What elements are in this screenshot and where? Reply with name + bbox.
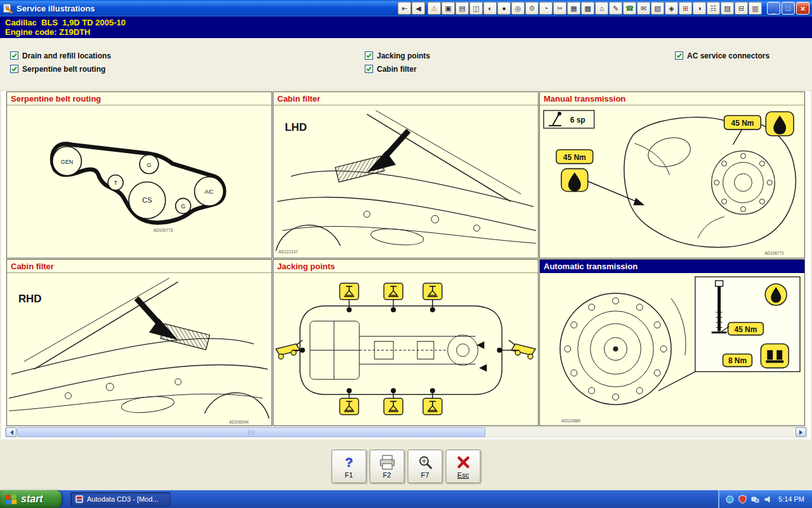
- panel-title-cabin-rhd: Cabin filter: [7, 260, 272, 273]
- panel-title-manual: Manual transmission: [540, 92, 804, 105]
- filter-label: AC service connectors: [687, 51, 769, 60]
- steering-variant-label: RHD: [18, 293, 42, 305]
- toolbar-icon-4[interactable]: ▣: [442, 2, 455, 15]
- pulley-label-ac: AC: [205, 188, 214, 195]
- svg-text:45 Nm: 45 Nm: [735, 325, 757, 334]
- torque-label-top: 45 Nm: [724, 116, 761, 130]
- app-window: Service illustrations ⇤ ◀ ⚠ ▣ ▤ ◫ ◐ ● ◎ …: [0, 0, 812, 508]
- close-button[interactable]: ×: [796, 2, 809, 15]
- escape-button[interactable]: Esc: [446, 450, 481, 483]
- torque-label-plug: 8 Nm: [723, 354, 752, 366]
- pulley-label-cs: CS: [142, 196, 152, 204]
- filter-checkbox-cabin-filter[interactable]: Cabin filter: [365, 64, 430, 74]
- filter-checkbox-ac-connectors[interactable]: AC service connectors: [675, 51, 769, 60]
- toolbar-icon-19[interactable]: ▧: [651, 2, 664, 15]
- toolbar-icon-15[interactable]: ⌂: [595, 2, 608, 15]
- checkbox-checked-icon: [10, 65, 18, 73]
- vehicle-info-bar: Cadillac BLS 1,9D TD 2005-10 Engine code…: [0, 17, 812, 38]
- plug-icon: [761, 344, 789, 368]
- jack-point-icon: [423, 283, 442, 300]
- window-title: Service illustrations: [16, 4, 95, 13]
- toolbar-icon-25[interactable]: ⊟: [735, 2, 748, 15]
- vehicle-model: Cadillac BLS 1,9D TD 2005-10: [5, 18, 807, 27]
- illustration-ref: AD110884: [561, 418, 580, 423]
- toolbar-icon-26[interactable]: ▥: [749, 2, 762, 15]
- jack-point-icon: [339, 283, 358, 300]
- toolbar-icon-18[interactable]: ✉: [637, 2, 650, 15]
- filter-column-3: AC service connectors: [675, 51, 769, 60]
- toolbar-icon-20[interactable]: ◈: [665, 2, 678, 15]
- function-key-bar: ? F1 F2: [0, 439, 812, 490]
- toolbar-icon-12[interactable]: ✂: [553, 2, 566, 15]
- panel-cabin-filter-rhd[interactable]: Cabin filter RHD AD100094: [6, 259, 272, 426]
- engine-code: Engine code: Z19DTH: [5, 27, 807, 37]
- minimize-button[interactable]: _: [767, 2, 780, 15]
- close-x-icon: [455, 454, 471, 471]
- toolbar-icon-13[interactable]: ▦: [567, 2, 580, 15]
- function-key-label: F1: [345, 471, 353, 479]
- toolbar-icon-7[interactable]: ◐: [483, 2, 497, 15]
- jack-point-icon: [339, 398, 358, 415]
- panel-manual-transmission[interactable]: Manual transmission: [539, 91, 805, 258]
- print-button[interactable]: F2: [370, 450, 405, 483]
- panel-automatic-transmission[interactable]: Automatic transmission: [539, 259, 805, 426]
- toolbar-icon-21[interactable]: ⊞: [679, 2, 692, 15]
- toolbar-icon-5[interactable]: ▤: [455, 2, 469, 15]
- tray-blue-status-icon[interactable]: [726, 495, 734, 504]
- checkbox-checked-icon: [10, 51, 18, 60]
- toolbar: ⇤ ◀ ⚠ ▣ ▤ ◫ ◐ ● ◎ ⚙ ◔ ✂ ▦ ▩ ⌂ ✎ ☎ ✉ ▧ ◈ …: [398, 2, 762, 15]
- panel-serpentine-belt[interactable]: Serpentine belt routing GEN G T CS: [6, 91, 272, 258]
- toolbar-icon-11[interactable]: ◔: [539, 2, 553, 15]
- pulley-label-g2: G: [181, 203, 185, 210]
- toolbar-icon-2[interactable]: ◀: [412, 2, 425, 15]
- horizontal-scrollbar[interactable]: [5, 427, 807, 438]
- zoom-button[interactable]: F7: [408, 450, 443, 483]
- scrollbar-thumb[interactable]: [17, 427, 485, 437]
- toolbar-icon-3[interactable]: ⚠: [428, 2, 441, 15]
- taskbar-task-autodata[interactable]: Autodata CD3 - [Mod...: [70, 492, 171, 507]
- scroll-right-arrow-icon[interactable]: [796, 427, 806, 437]
- toolbar-icon-14[interactable]: ▩: [581, 2, 594, 15]
- filter-checkbox-belt-routing[interactable]: Serpentine belt routing: [10, 64, 111, 74]
- function-key-label: Esc: [457, 471, 469, 479]
- toolbar-icon-16[interactable]: ✎: [609, 2, 622, 15]
- pulley-label-gen: GEN: [61, 159, 73, 165]
- filter-checkbox-drain-refill[interactable]: Drain and refill locations: [10, 51, 111, 60]
- oil-level-icon: [765, 284, 787, 305]
- svg-text:8 Nm: 8 Nm: [728, 356, 747, 365]
- filter-checkbox-jacking-points[interactable]: Jacking points: [365, 51, 430, 60]
- cabin-filter-lhd-illustration: LHD AD122147: [273, 105, 538, 258]
- toolbar-icon-24[interactable]: ▨: [721, 2, 734, 15]
- illustration-ref: AD100094: [229, 420, 249, 424]
- automatic-transmission-illustration: 45 Nm 8 Nm: [540, 273, 804, 425]
- maximize-button[interactable]: □: [782, 2, 795, 15]
- titlebar: Service illustrations ⇤ ◀ ⚠ ▣ ▤ ◫ ◐ ● ◎ …: [0, 0, 812, 17]
- toolbar-icon-8[interactable]: ●: [497, 2, 511, 15]
- scroll-left-arrow-icon[interactable]: [6, 427, 16, 437]
- jack-point-icon: [384, 398, 403, 415]
- oil-level-icon: [766, 112, 794, 136]
- help-icon: ?: [345, 455, 353, 470]
- toolbar-icon-9[interactable]: ◎: [511, 2, 525, 15]
- toolbar-icon-10[interactable]: ⚙: [525, 2, 539, 15]
- toolbar-icon-17[interactable]: ☎: [623, 2, 636, 15]
- help-button[interactable]: ? F1: [332, 450, 367, 483]
- taskbar: start Autodata CD3 - [Mod...: [0, 490, 812, 508]
- jack-point-icon: [423, 398, 442, 415]
- tray-network-icon[interactable]: [751, 495, 759, 504]
- clock: 5:14 PM: [778, 495, 804, 503]
- app-icon: [3, 3, 13, 14]
- tray-security-shield-icon[interactable]: [738, 495, 747, 504]
- toolbar-icon-1[interactable]: ⇤: [398, 2, 411, 15]
- task-label: Autodata CD3 - [Mod...: [87, 495, 159, 503]
- panel-title-belt: Serpentine belt routing: [7, 92, 272, 105]
- toolbar-icon-23[interactable]: ☷: [707, 2, 720, 15]
- toolbar-icon-22[interactable]: ◑: [693, 2, 706, 15]
- tray-volume-icon[interactable]: [764, 495, 772, 504]
- toolbar-icon-6[interactable]: ◫: [469, 2, 483, 15]
- panel-cabin-filter-lhd[interactable]: Cabin filter: [273, 91, 539, 258]
- checkbox-checked-icon: [365, 51, 373, 60]
- function-key-label: F7: [421, 471, 429, 479]
- panel-jacking-points[interactable]: Jacking points: [273, 259, 539, 426]
- start-button[interactable]: start: [0, 490, 62, 508]
